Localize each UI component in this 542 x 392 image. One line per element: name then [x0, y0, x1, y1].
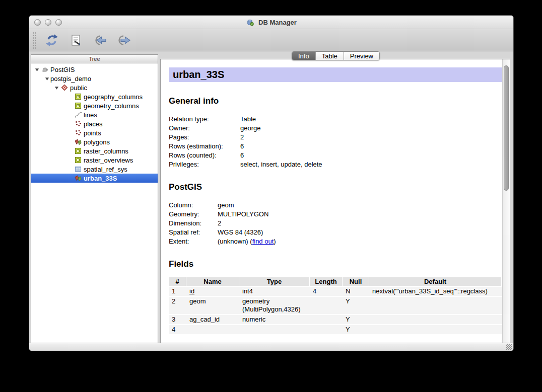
tree-item-label: public	[70, 84, 87, 92]
col-header-num: #	[169, 277, 186, 287]
info-value: 6	[240, 142, 244, 151]
table-layer-icon	[75, 156, 82, 164]
import-layer-icon	[94, 34, 107, 46]
field-null: N	[343, 287, 369, 297]
tab-table[interactable]: Table	[316, 52, 344, 60]
tree-item-label: spatial_ref_sys	[84, 166, 127, 173]
field-row: 4 Y	[169, 325, 502, 335]
srs-table-icon	[75, 166, 82, 173]
col-header-default: Default	[369, 277, 502, 287]
sql-window-button[interactable]	[67, 32, 85, 48]
vertical-scrollbar[interactable]	[502, 59, 510, 343]
tree-panel: Tree PostGIS postgis_demo	[31, 54, 158, 343]
info-value: WGS 84 (4326)	[218, 228, 263, 237]
tab-preview[interactable]: Preview	[344, 52, 379, 60]
tree-item-postgis-demo[interactable]: postgis_demo	[31, 74, 158, 83]
tree-item-postgis[interactable]: PostGIS	[31, 65, 158, 74]
window-title: DB Manager	[258, 19, 297, 26]
field-num: 3	[169, 315, 186, 325]
extent-value: (unknown) (find out)	[218, 237, 276, 246]
point-layer-icon	[75, 129, 82, 136]
info-label: Pages:	[169, 133, 240, 142]
tree-item-label: postgis_demo	[50, 75, 91, 83]
general-info-list: Relation type:Table Owner:george Pages:2…	[169, 115, 502, 169]
info-content: urban_33S General info Relation type:Tab…	[161, 59, 502, 343]
info-label: Extent:	[169, 237, 218, 246]
tree-item-label: raster_columns	[84, 147, 128, 155]
resize-grip[interactable]	[506, 344, 512, 350]
point-layer-icon	[75, 120, 82, 127]
disclosure-triangle-icon[interactable]	[53, 85, 60, 91]
status-bar	[29, 343, 513, 351]
tree-item-raster-overviews[interactable]: raster_overviews	[31, 155, 158, 165]
info-label: Owner:	[169, 124, 240, 133]
table-layer-icon	[75, 102, 82, 109]
field-default	[369, 325, 502, 335]
disclosure-triangle-icon[interactable]	[44, 76, 50, 82]
sql-window-icon	[70, 34, 82, 46]
tree-item-label: raster_overviews	[84, 156, 133, 164]
export-to-file-button[interactable]	[116, 32, 133, 48]
field-num: 2	[169, 297, 186, 315]
info-value: george	[240, 124, 260, 133]
table-layer-icon	[75, 147, 82, 154]
tree-item-urban-33s[interactable]: urban_33S	[31, 174, 158, 183]
import-layer-button[interactable]	[92, 32, 109, 48]
field-name: ag_cad_id	[186, 315, 239, 325]
info-label: Relation type:	[169, 115, 240, 124]
info-label: Spatial ref:	[169, 228, 218, 237]
tree-item-places[interactable]: places	[31, 119, 158, 128]
tree-item-geometry-columns[interactable]: geometry_columns	[31, 101, 158, 110]
tree-item-spatial-ref-sys[interactable]: spatial_ref_sys	[31, 165, 158, 174]
col-header-null: Null	[343, 277, 369, 287]
tree-item-raster-columns[interactable]: raster_columns	[31, 146, 158, 155]
field-length	[310, 315, 343, 325]
tab-info[interactable]: Info	[292, 52, 316, 60]
fields-header-row: # Name Type Length Null Default	[169, 277, 502, 287]
disclosure-triangle-icon[interactable]	[34, 67, 40, 72]
field-name-id-link[interactable]: id	[189, 287, 194, 295]
field-default: nextval('"urban_33S_id_seq"'::regclass)	[369, 287, 502, 297]
field-length	[310, 325, 343, 335]
field-type: int4	[239, 287, 310, 297]
tree-item-lines[interactable]: lines	[31, 110, 158, 119]
toolbar	[29, 29, 513, 51]
tree-item-public[interactable]: public	[31, 83, 158, 92]
info-value: MULTIPOLYGON	[218, 210, 268, 219]
tree-item-label: geometry_columns	[84, 102, 139, 110]
tree-item-points[interactable]: points	[31, 128, 158, 137]
title-bar[interactable]: DB Manager	[29, 16, 513, 29]
export-to-file-icon	[118, 34, 131, 46]
tree-item-geography-columns[interactable]: geography_columns	[31, 92, 158, 101]
refresh-button[interactable]	[43, 32, 60, 48]
toolbar-drag-handle[interactable]	[32, 32, 36, 49]
db-manager-icon	[247, 19, 254, 26]
col-header-name: Name	[186, 277, 239, 287]
tree-item-label: lines	[84, 111, 97, 119]
postgis-info-list: Column:geom Geometry:MULTIPOLYGON Dimens…	[169, 201, 502, 246]
view-tabs: Info Table Preview	[292, 51, 380, 60]
col-header-type: Type	[239, 277, 310, 287]
extent-prefix: (unknown) (	[218, 238, 252, 245]
tree-item-polygons[interactable]: polygons	[31, 137, 158, 146]
field-row: 1 id int4 4 N nextval('"urban_33S_id_seq…	[169, 287, 502, 297]
field-row: 3 ag_cad_id numeric Y	[169, 315, 502, 325]
polygon-layer-icon	[75, 175, 82, 182]
find-out-link[interactable]: find out	[252, 238, 274, 245]
field-length: 4	[310, 287, 343, 297]
field-type: numeric	[239, 315, 310, 325]
table-layer-icon	[75, 93, 82, 100]
field-num: 4	[169, 325, 186, 335]
fields-table: # Name Type Length Null Default 1 id int…	[169, 277, 502, 335]
db-manager-window: DB Manager	[29, 15, 514, 351]
polygon-layer-icon	[75, 138, 82, 145]
info-value: 6	[240, 151, 244, 160]
field-null: Y	[343, 315, 369, 325]
scrollbar-thumb[interactable]	[504, 65, 509, 191]
info-label: Rows (counted):	[169, 151, 240, 160]
field-num: 1	[169, 287, 186, 297]
schema-diamond-icon	[61, 84, 68, 91]
info-value: 2	[240, 133, 244, 142]
tree-item-label: places	[84, 120, 103, 128]
field-row: 2 geom geometry (MultiPolygon,4326) Y	[169, 297, 502, 315]
